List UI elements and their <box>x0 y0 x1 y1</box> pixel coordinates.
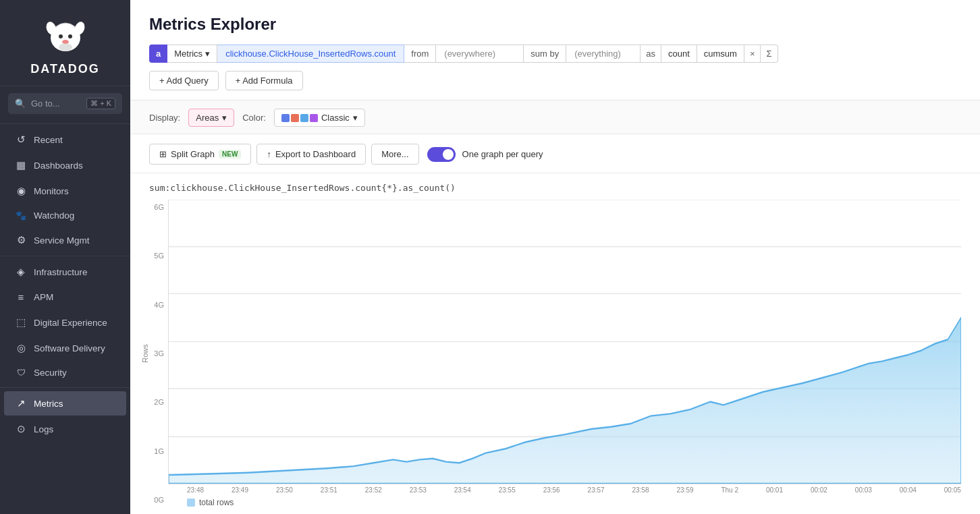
legend-label: total rows <box>199 498 234 507</box>
from-input[interactable]: (everywhere) <box>436 45 524 63</box>
export-label: Export to Dashboard <box>275 149 356 159</box>
color-label: Color: <box>242 113 266 123</box>
search-icon: 🔍 <box>15 98 26 109</box>
x-tick: 23:58 <box>632 486 649 494</box>
svg-point-4 <box>59 34 63 38</box>
svg-marker-15 <box>169 318 961 484</box>
main-header: Metrics Explorer a Metrics ▾ clickhouse.… <box>130 0 980 101</box>
split-graph-icon: ⊞ <box>159 149 167 159</box>
sidebar-item-label: Security <box>34 368 67 378</box>
metrics-icon: ↗ <box>15 397 27 409</box>
x-tick: 00:02 <box>811 486 827 494</box>
sidebar-divider-2 <box>0 256 130 256</box>
watchdog-icon: 🐾 <box>15 210 27 221</box>
sidebar-item-watchdog[interactable]: 🐾 Watchdog <box>4 204 126 227</box>
y-tick-5g: 5G <box>149 252 168 260</box>
split-graph-button[interactable]: ⊞ Split Graph NEW <box>149 144 251 165</box>
y-axis-label: Rows <box>141 344 149 363</box>
sidebar-item-monitors[interactable]: ◉ Monitors <box>4 179 126 203</box>
logs-icon: ⊙ <box>15 423 27 435</box>
query-label: a <box>149 45 167 63</box>
sidebar-item-software-delivery[interactable]: ◎ Software Delivery <box>4 336 126 360</box>
sidebar-item-metrics[interactable]: ↗ Metrics <box>4 391 126 416</box>
chart-container: Rows 6G 5G 4G 3G 2G 1G 0G <box>149 200 961 507</box>
query-type-select[interactable]: Metrics ▾ <box>167 45 217 63</box>
more-button[interactable]: More... <box>371 144 418 165</box>
y-tick-0g: 0G <box>149 496 168 504</box>
x-tick: 00:05 <box>944 486 961 494</box>
chart-canvas <box>168 200 961 484</box>
toggle-label: One graph per query <box>462 149 543 159</box>
sidebar-item-label: Service Mgmt <box>34 235 90 246</box>
as-label: as <box>641 45 661 63</box>
page-title: Metrics Explorer <box>149 15 961 34</box>
x-tick: Thu 2 <box>721 486 738 494</box>
sidebar-logo: DATADOG <box>0 0 130 86</box>
sidebar-item-logs[interactable]: ⊙ Logs <box>4 417 126 441</box>
sumby-label: sum by <box>524 45 566 63</box>
display-type-select[interactable]: Areas ▾ <box>188 109 234 127</box>
sidebar-item-label: APM <box>34 292 53 302</box>
sidebar-divider-3 <box>0 387 130 388</box>
sidebar-item-recent[interactable]: ↺ Recent <box>4 127 126 152</box>
one-graph-toggle-container: One graph per query <box>427 147 543 162</box>
service-mgmt-icon: ⚙ <box>15 234 27 246</box>
sumby-input[interactable]: (everything) <box>566 45 641 63</box>
sidebar-item-infrastructure[interactable]: ◈ Infrastructure <box>4 260 126 284</box>
as-value[interactable]: count <box>661 45 697 63</box>
x-axis: 23:48 23:49 23:50 23:51 23:52 23:53 23:5… <box>187 484 961 494</box>
new-badge: NEW <box>219 150 241 159</box>
x-tick: 00:04 <box>900 486 917 494</box>
main-content: Metrics Explorer a Metrics ▾ clickhouse.… <box>130 0 980 514</box>
search-shortcut: ⌘ + K <box>86 98 115 109</box>
sidebar-item-apm[interactable]: ≡ APM <box>4 285 126 309</box>
sidebar-item-digital-experience[interactable]: ⬚ Digital Experience <box>4 310 126 335</box>
add-buttons-row: + Add Query + Add Formula <box>149 71 961 90</box>
svg-point-6 <box>62 40 69 44</box>
sidebar-item-label: Watchdog <box>34 210 74 221</box>
x-tick: 00:01 <box>766 486 783 494</box>
y-tick-3g: 3G <box>149 349 168 358</box>
dashboards-icon: ▦ <box>15 159 27 171</box>
split-graph-label: Split Graph <box>171 149 215 159</box>
area-chart-svg <box>169 200 961 484</box>
sigma-button[interactable]: Σ <box>761 45 778 63</box>
sidebar-item-label: Infrastructure <box>34 267 88 277</box>
chart-legend: total rows <box>187 498 961 507</box>
add-formula-button[interactable]: + Add Formula <box>225 71 303 90</box>
x-tick: 23:55 <box>499 486 516 494</box>
svg-point-5 <box>68 34 72 38</box>
software-delivery-icon: ◎ <box>15 342 27 354</box>
query-type-value: Metrics <box>174 49 202 59</box>
sidebar-item-label: Dashboards <box>34 161 83 171</box>
sidebar-item-label: Recent <box>34 135 63 145</box>
one-graph-toggle[interactable] <box>427 147 456 162</box>
global-search[interactable]: 🔍 Go to... ⌘ + K <box>8 93 122 114</box>
sidebar-item-security[interactable]: 🛡 Security <box>4 362 126 384</box>
chevron-down-icon: ▾ <box>222 113 227 123</box>
cumsum-button[interactable]: cumsum <box>697 45 744 63</box>
query-close-button[interactable]: × <box>744 45 761 63</box>
datadog-logo-icon <box>42 12 89 59</box>
color-select[interactable]: Classic ▾ <box>274 109 365 127</box>
export-dashboard-button[interactable]: ↑ Export to Dashboard <box>256 144 366 165</box>
y-tick-1g: 1G <box>149 447 168 455</box>
legend-color-dot <box>187 498 195 507</box>
y-tick-6g: 6G <box>149 203 168 211</box>
y-tick-4g: 4G <box>149 301 168 309</box>
chevron-down-icon: ▾ <box>353 113 358 123</box>
x-tick: 23:57 <box>588 486 605 494</box>
sidebar-divider-1 <box>0 123 130 124</box>
add-query-button[interactable]: + Add Query <box>149 71 219 90</box>
digital-experience-icon: ⬚ <box>15 316 27 329</box>
metric-input[interactable]: clickhouse.ClickHouse_InsertedRows.count <box>217 45 404 63</box>
sidebar-item-dashboards[interactable]: ▦ Dashboards <box>4 153 126 177</box>
sidebar-item-service-mgmt[interactable]: ⚙ Service Mgmt <box>4 228 126 252</box>
y-axis: Rows 6G 5G 4G 3G 2G 1G 0G <box>149 200 168 507</box>
metric-value: clickhouse.ClickHouse_InsertedRows.count <box>225 49 396 59</box>
x-tick: 23:59 <box>676 486 693 494</box>
x-tick: 23:51 <box>321 486 337 494</box>
color-name-value: Classic <box>321 113 350 123</box>
x-tick: 23:56 <box>543 486 560 494</box>
from-label: from <box>404 45 436 63</box>
